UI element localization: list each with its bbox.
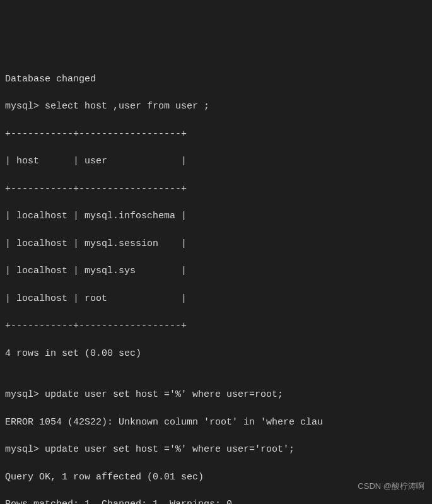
terminal-output[interactable]: Database changed mysql> select host ,use… bbox=[5, 59, 427, 504]
table-header: | host | user | bbox=[5, 155, 427, 168]
table-row: | localhost | mysql.infoschema | bbox=[5, 209, 427, 223]
prompt-line: mysql> select host ,user from user ; bbox=[5, 100, 427, 114]
table-row: | localhost | root | bbox=[5, 292, 427, 306]
table-border: +-----------+------------------+ bbox=[5, 319, 427, 333]
output-line: Database changed bbox=[5, 73, 427, 86]
prompt-line: mysql> update user set host ='%' where u… bbox=[5, 388, 427, 402]
error-line: ERROR 1054 (42S22): Unknown column 'root… bbox=[5, 416, 427, 430]
table-row: | localhost | mysql.sys | bbox=[5, 264, 427, 278]
table-border: +-----------+------------------+ bbox=[5, 127, 427, 141]
watermark-text: CSDN @酸柠涛啊 bbox=[358, 481, 424, 493]
result-summary: 4 rows in set (0.00 sec) bbox=[5, 347, 427, 361]
result-line: Rows matched: 1 Changed: 1 Warnings: 0 bbox=[5, 498, 427, 504]
prompt-line: mysql> update user set host ='%' where u… bbox=[5, 443, 427, 457]
table-row: | localhost | mysql.session | bbox=[5, 237, 427, 251]
table-border: +-----------+------------------+ bbox=[5, 182, 427, 196]
